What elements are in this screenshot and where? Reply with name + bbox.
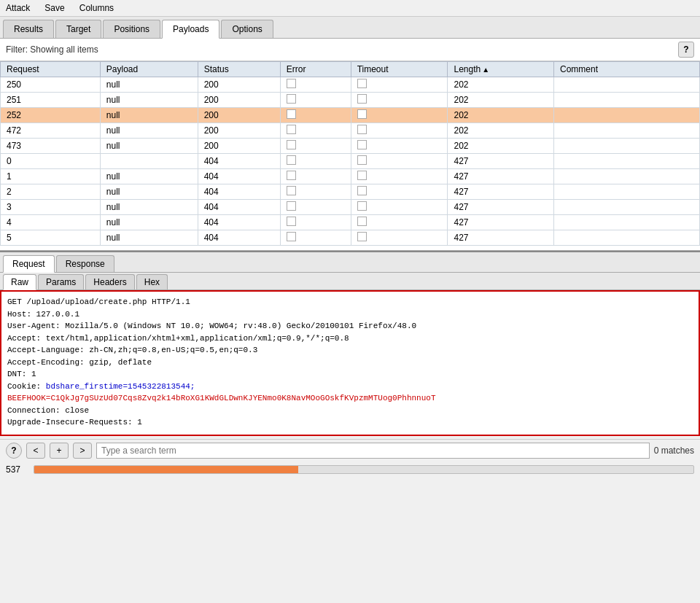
cell-payload: null <box>100 108 198 123</box>
cell-payload: null <box>100 215 198 230</box>
table-row[interactable]: 250null200202 <box>1 77 700 93</box>
req-line-1: GET /upload/upload/create.php HTTP/1.1 <box>7 296 693 308</box>
cell-error <box>280 139 351 154</box>
cell-length: 427 <box>448 184 554 200</box>
timeout-checkbox[interactable] <box>357 79 367 88</box>
filter-help-button[interactable]: ? <box>678 42 694 58</box>
progress-bar-track <box>34 465 694 474</box>
timeout-checkbox[interactable] <box>357 140 367 149</box>
error-checkbox[interactable] <box>287 232 296 241</box>
cell-length: 202 <box>448 123 554 139</box>
error-checkbox[interactable] <box>287 109 296 119</box>
col-request[interactable]: Request <box>1 62 101 77</box>
cell-request: 4 <box>1 215 101 230</box>
table-row[interactable]: 0404427 <box>1 154 700 169</box>
table-row[interactable]: 252null200202 <box>1 108 700 123</box>
req-line-10: Upgrade-Insecure-Requests: 1 <box>7 416 693 429</box>
timeout-checkbox[interactable] <box>357 217 367 226</box>
cell-request: 251 <box>1 93 101 108</box>
tab-target[interactable]: Target <box>55 20 101 38</box>
tab-request[interactable]: Request <box>3 255 55 273</box>
cell-comment <box>554 108 700 123</box>
cell-length: 202 <box>448 93 554 108</box>
cell-timeout <box>351 77 448 93</box>
timeout-checkbox[interactable] <box>357 155 367 165</box>
table-row[interactable]: 473null200202 <box>1 139 700 154</box>
table-row[interactable]: 1null404427 <box>1 169 700 184</box>
table-row[interactable]: 5null404427 <box>1 230 700 246</box>
menu-attack[interactable]: Attack <box>3 1 33 15</box>
tab-options[interactable]: Options <box>221 20 273 38</box>
table-row[interactable]: 3null404427 <box>1 200 700 215</box>
sub-tab-raw[interactable]: Raw <box>3 274 36 290</box>
cell-timeout <box>351 184 448 200</box>
cell-timeout <box>351 154 448 169</box>
prev-button[interactable]: < <box>26 443 45 459</box>
timeout-checkbox[interactable] <box>357 109 367 119</box>
cell-status: 200 <box>198 139 280 154</box>
cell-status: 404 <box>198 184 280 200</box>
cell-error <box>280 93 351 108</box>
timeout-checkbox[interactable] <box>357 94 367 104</box>
cell-comment <box>554 230 700 246</box>
cell-error <box>280 123 351 139</box>
col-timeout[interactable]: Timeout <box>351 62 448 77</box>
timeout-checkbox[interactable] <box>357 201 367 211</box>
filter-text: Filter: Showing all items <box>6 44 672 55</box>
req-line-4: Accept: text/html,application/xhtml+xml,… <box>7 332 693 345</box>
progress-count: 537 <box>6 464 28 475</box>
error-checkbox[interactable] <box>287 171 296 180</box>
sub-tab-hex[interactable]: Hex <box>136 274 168 289</box>
error-checkbox[interactable] <box>287 94 296 104</box>
cell-request: 5 <box>1 230 101 246</box>
error-checkbox[interactable] <box>287 155 296 165</box>
search-input[interactable] <box>96 443 650 459</box>
tab-response[interactable]: Response <box>56 255 114 272</box>
cell-status: 200 <box>198 108 280 123</box>
results-table-container[interactable]: Request Payload Status Error Timeout Len… <box>0 61 700 251</box>
col-length[interactable]: Length▲ <box>448 62 554 77</box>
table-row[interactable]: 4null404427 <box>1 215 700 230</box>
cell-comment <box>554 200 700 215</box>
error-checkbox[interactable] <box>287 186 296 195</box>
error-checkbox[interactable] <box>287 201 296 211</box>
add-button[interactable]: + <box>50 443 69 459</box>
col-comment[interactable]: Comment <box>554 62 700 77</box>
menu-columns[interactable]: Columns <box>77 1 117 15</box>
table-row[interactable]: 251null200202 <box>1 93 700 108</box>
cell-status: 200 <box>198 77 280 93</box>
cell-payload: null <box>100 230 198 246</box>
cell-comment <box>554 169 700 184</box>
sub-tab-bar: Raw Params Headers Hex <box>0 273 700 290</box>
cell-length: 202 <box>448 139 554 154</box>
error-checkbox[interactable] <box>287 125 296 134</box>
timeout-checkbox[interactable] <box>357 171 367 180</box>
table-row[interactable]: 2null404427 <box>1 184 700 200</box>
error-checkbox[interactable] <box>287 79 296 88</box>
sub-tab-headers[interactable]: Headers <box>85 274 134 289</box>
cell-status: 404 <box>198 169 280 184</box>
next-button[interactable]: > <box>73 443 92 459</box>
tab-positions[interactable]: Positions <box>103 20 160 38</box>
error-checkbox[interactable] <box>287 140 296 149</box>
sub-tab-params[interactable]: Params <box>38 274 84 289</box>
table-row[interactable]: 472null200202 <box>1 123 700 139</box>
cell-status: 200 <box>198 123 280 139</box>
col-error[interactable]: Error <box>280 62 351 77</box>
cell-length: 427 <box>448 154 554 169</box>
cell-payload: null <box>100 93 198 108</box>
tab-results[interactable]: Results <box>3 20 54 38</box>
timeout-checkbox[interactable] <box>357 125 367 134</box>
tab-payloads[interactable]: Payloads <box>162 20 219 39</box>
cell-status: 404 <box>198 200 280 215</box>
menu-save[interactable]: Save <box>42 1 67 15</box>
cell-timeout <box>351 169 448 184</box>
cell-error <box>280 77 351 93</box>
timeout-checkbox[interactable] <box>357 232 367 241</box>
error-checkbox[interactable] <box>287 217 296 226</box>
cell-status: 200 <box>198 93 280 108</box>
col-payload[interactable]: Payload <box>100 62 198 77</box>
bottom-help-button[interactable]: ? <box>6 443 22 459</box>
col-status[interactable]: Status <box>198 62 280 77</box>
timeout-checkbox[interactable] <box>357 186 367 195</box>
